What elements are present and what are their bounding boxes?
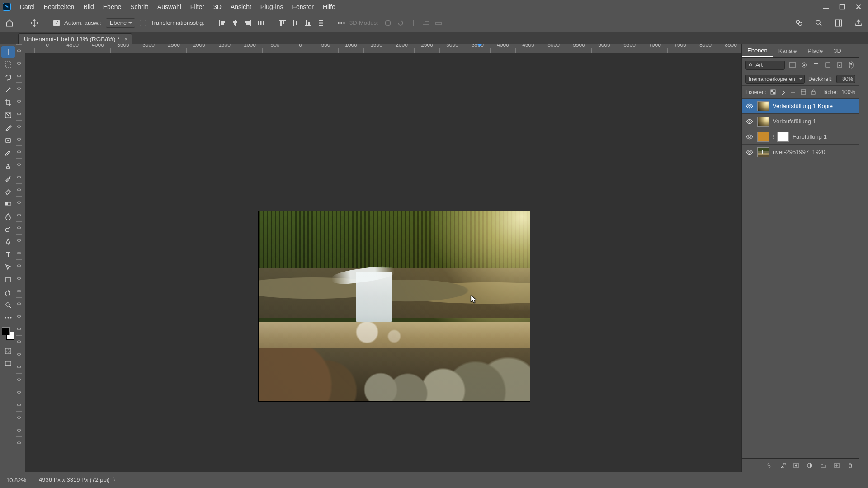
mask-link-icon[interactable]: ⋮ [771, 135, 775, 139]
color-swatches[interactable] [2, 327, 14, 340]
close-icon[interactable] [854, 3, 863, 11]
collapsed-panels-strip[interactable] [859, 44, 868, 472]
tab-pfade[interactable]: Pfade [802, 44, 828, 57]
workspace-icon[interactable] [833, 17, 844, 29]
filter-toggle-icon[interactable] [847, 61, 855, 69]
close-tab-icon[interactable]: × [125, 36, 128, 42]
layer-name[interactable]: Verlaufsfüllung 1 [773, 118, 816, 125]
eyedropper-tool[interactable] [1, 122, 15, 134]
align-bottom-icon[interactable] [303, 18, 313, 28]
canvas-area[interactable]: 0450040003500300025002000150010005000500… [16, 44, 741, 472]
crop-tool[interactable] [1, 97, 15, 108]
layer-name[interactable]: Verlaufsfüllung 1 Kopie [773, 103, 833, 109]
link-layers-icon[interactable] [765, 461, 773, 469]
distribute-h-icon[interactable] [257, 19, 264, 27]
home-icon[interactable] [4, 17, 15, 29]
zoom-tool[interactable] [1, 299, 15, 311]
dodge-tool[interactable] [1, 223, 15, 235]
search-icon[interactable] [813, 17, 825, 29]
menu-auswahl[interactable]: Auswahl [153, 0, 186, 14]
lock-position-icon[interactable] [790, 89, 796, 96]
tab-kanaele[interactable]: Kanäle [773, 44, 802, 57]
eraser-tool[interactable] [1, 185, 15, 197]
document-tab[interactable]: Unbenannt-1 bei 8,13% (RGB/8#) * × [18, 33, 132, 44]
transform-controls-checkbox[interactable] [140, 20, 146, 26]
layer-row[interactable]: ⋮Farbfüllung 1 [742, 129, 859, 145]
brush-tool[interactable] [1, 147, 15, 159]
auto-select-target-select[interactable]: Ebene [106, 18, 136, 28]
history-brush-tool[interactable] [1, 173, 15, 184]
quick-mask-icon[interactable] [1, 345, 15, 357]
move-tool-icon[interactable] [28, 17, 40, 29]
layer-filter-kind[interactable] [745, 61, 785, 70]
healing-brush-tool[interactable] [1, 135, 15, 146]
visibility-eye-icon[interactable] [745, 148, 754, 156]
zoom-readout[interactable]: 10,82% [6, 477, 26, 483]
lasso-tool[interactable] [1, 71, 15, 83]
doc-info[interactable]: 4936 Px x 3319 Px (72 ppi) 〉 [39, 476, 118, 484]
lock-artboard-icon[interactable] [800, 89, 807, 96]
filter-pixel-icon[interactable] [788, 61, 797, 69]
magic-wand-tool[interactable] [1, 84, 15, 96]
type-tool[interactable] [1, 249, 15, 260]
blend-mode-select[interactable]: Ineinanderkopieren [745, 75, 805, 84]
visibility-eye-icon[interactable] [745, 117, 754, 126]
delete-layer-icon[interactable] [846, 461, 854, 469]
menu-bild[interactable]: Bild [79, 0, 98, 14]
menu-fenster[interactable]: Fenster [288, 0, 318, 14]
lock-paint-icon[interactable] [780, 89, 786, 96]
menu-datei[interactable]: Datei [15, 0, 39, 14]
cloud-docs-icon[interactable] [793, 17, 805, 29]
visibility-eye-icon[interactable] [745, 102, 754, 110]
gradient-tool[interactable] [1, 198, 15, 210]
move-tool[interactable] [1, 46, 15, 58]
align-vcenter-icon[interactable] [290, 18, 300, 28]
menu-bearbeiten[interactable]: Bearbeiten [39, 0, 79, 14]
opacity-input[interactable]: 80% [836, 75, 855, 83]
layer-row[interactable]: river-2951997_1920 [742, 145, 859, 160]
share-icon[interactable] [853, 17, 864, 29]
adjustment-layer-icon[interactable] [806, 461, 814, 469]
layer-style-icon[interactable]: fx [778, 461, 787, 469]
align-right-icon[interactable] [243, 18, 253, 28]
layer-row[interactable]: Verlaufsfüllung 1 [742, 114, 859, 129]
pen-tool[interactable] [1, 236, 15, 248]
blur-tool[interactable] [1, 211, 15, 222]
align-hcenter-icon[interactable] [230, 18, 240, 28]
clone-stamp-tool[interactable] [1, 160, 15, 172]
menu-filter[interactable]: Filter [186, 0, 209, 14]
lock-all-icon[interactable] [810, 89, 816, 96]
shape-tool[interactable] [1, 274, 15, 286]
filter-type-icon[interactable] [812, 61, 820, 69]
layer-mask-icon[interactable] [792, 461, 800, 469]
edit-toolbar-icon[interactable] [1, 312, 15, 324]
visibility-eye-icon[interactable] [745, 133, 754, 141]
filter-shape-icon[interactable] [824, 61, 832, 69]
menu-plugins[interactable]: Plug-ins [256, 0, 288, 14]
frame-tool[interactable] [1, 109, 15, 121]
more-options-icon[interactable] [338, 22, 345, 24]
menu-3d[interactable]: 3D [209, 0, 226, 14]
lock-pixels-icon[interactable] [770, 89, 776, 96]
group-icon[interactable] [819, 461, 827, 469]
fill-input[interactable]: 100% [841, 89, 855, 95]
minimize-icon[interactable] [822, 3, 830, 11]
layer-name[interactable]: river-2951997_1920 [773, 149, 825, 155]
canvas-image[interactable] [259, 211, 530, 401]
filter-smart-icon[interactable] [835, 61, 844, 69]
new-layer-icon[interactable] [833, 461, 841, 469]
layer-name[interactable]: Farbfüllung 1 [793, 133, 827, 140]
screen-mode-icon[interactable] [1, 358, 15, 370]
auto-select-checkbox[interactable]: ✓ [53, 20, 60, 26]
tab-3d[interactable]: 3D [828, 44, 847, 57]
menu-ansicht[interactable]: Ansicht [226, 0, 256, 14]
align-top-icon[interactable] [278, 18, 288, 28]
tab-ebenen[interactable]: Ebenen [742, 44, 773, 57]
align-left-icon[interactable] [217, 18, 227, 28]
hand-tool[interactable] [1, 286, 15, 298]
distribute-v-icon[interactable] [317, 19, 325, 27]
menu-hilfe[interactable]: Hilfe [318, 0, 340, 14]
layer-filter-input[interactable] [755, 62, 782, 68]
marquee-tool[interactable] [1, 59, 15, 70]
maximize-icon[interactable] [838, 3, 846, 11]
